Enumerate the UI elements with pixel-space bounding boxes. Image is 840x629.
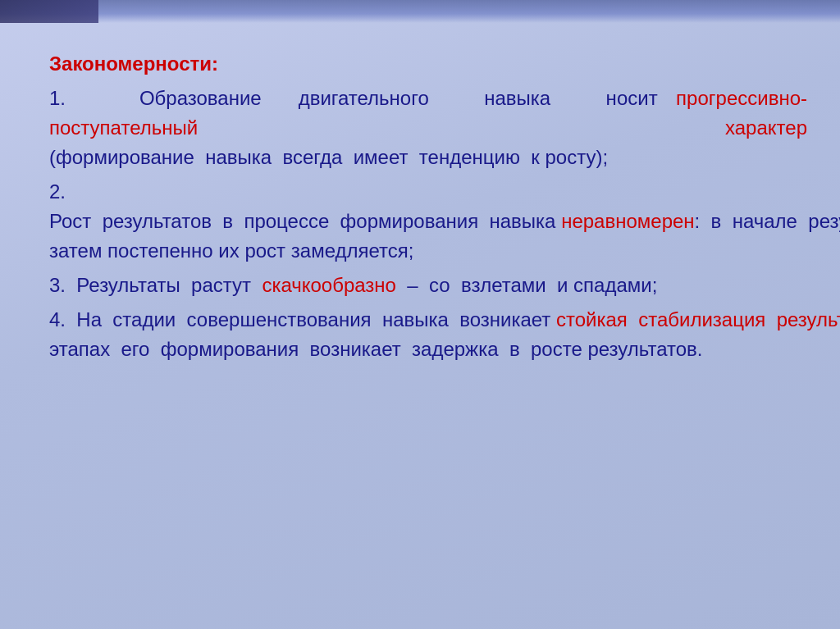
paragraph-2: 2. Рост результатов в процессе формирова… <box>49 177 807 266</box>
para2-text2: неравномерен <box>561 210 694 232</box>
paragraph-4: 4. На стадии совершенствования навыка во… <box>49 305 807 364</box>
paragraph-1: 1. Образование двигательного навыка носи… <box>49 84 807 172</box>
main-content: Закономерности: 1. Образование двигатель… <box>49 49 807 596</box>
heading-paragraph: Закономерности: <box>49 49 807 79</box>
para3-text3: – со взлетами и спадами; <box>396 274 657 296</box>
text-block: Закономерности: 1. Образование двигатель… <box>49 49 807 364</box>
para4-text1: 4. На стадии совершенствования навыка во… <box>49 308 556 330</box>
para3-text1: 3. Результаты растут <box>49 274 262 296</box>
para2-text1: 2. Рост результатов в процессе формирова… <box>49 180 561 232</box>
para1-text3: (формирование навыка всегда имеет тенден… <box>49 146 608 168</box>
top-bar <box>0 0 840 23</box>
heading-text: Закономерности: <box>49 52 218 75</box>
para3-text2: скачкообразно <box>262 274 396 296</box>
paragraph-3: 3. Результаты растут скачкообразно – со … <box>49 271 807 300</box>
para4-text2: стойкая стабилизация результатов <box>556 308 840 330</box>
para1-text1: 1. Образование двигательного навыка носи… <box>49 87 676 109</box>
top-bar-dark <box>0 0 98 23</box>
